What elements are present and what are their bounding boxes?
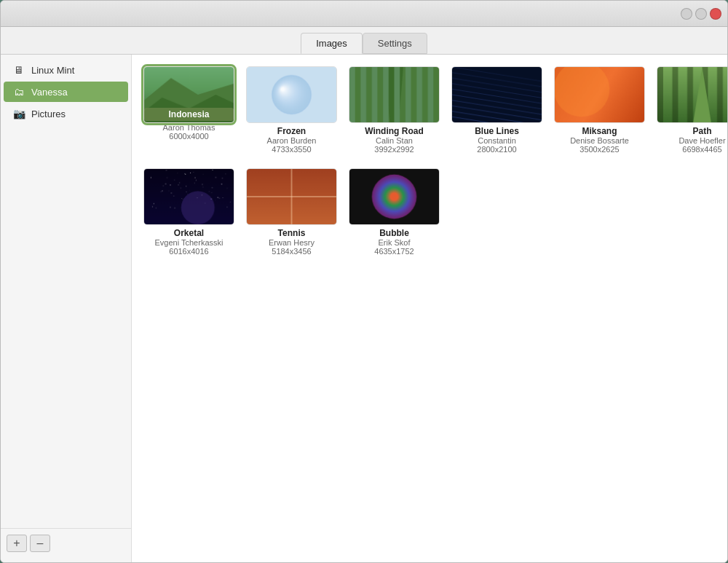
- wallpaper-author: Aaron Burden: [267, 136, 317, 145]
- minimize-button[interactable]: [681, 8, 692, 20]
- wallpaper-thumbnail: [143, 168, 234, 225]
- wallpaper-dims: 3500x2625: [579, 145, 619, 154]
- wallpaper-thumbnail: [554, 66, 645, 123]
- wallpaper-thumbnail: [451, 66, 542, 123]
- wallpaper-name: Frozen: [277, 126, 306, 136]
- wallpaper-dims: 5184x3456: [272, 247, 311, 256]
- tab-settings[interactable]: Settings: [363, 33, 427, 54]
- wallpaper-author: Evgeni Tcherkasski: [155, 238, 223, 247]
- wallpaper-item[interactable]: PathDave Hoefler6698x4465: [654, 63, 727, 157]
- wallpaper-item[interactable]: MiksangDenise Bossarte3500x2625: [551, 63, 648, 157]
- wallpaper-thumbnail: [349, 66, 440, 123]
- content-area: 🖥 Linux Mint 🗂 Vanessa 📷 Pictures + – In…: [1, 55, 727, 562]
- wallpaper-grid-container: IndonesiaAaron Thomas6000x4000FrozenAaro…: [132, 55, 727, 562]
- wallpaper-grid: IndonesiaAaron Thomas6000x4000FrozenAaro…: [141, 63, 719, 259]
- wallpaper-item[interactable]: Winding RoadCalin Stan3992x2992: [346, 63, 443, 157]
- wallpaper-author: Erwan Hesry: [269, 238, 314, 247]
- wallpaper-author: Dave Hoefler: [678, 136, 725, 145]
- sidebar-item-label: Linux Mint: [31, 65, 74, 76]
- wallpaper-item[interactable]: BubbleErik Skof4635x1752: [346, 165, 443, 259]
- wallpaper-author: Aaron Thomas: [163, 123, 215, 132]
- wallpaper-thumbnail: [246, 66, 337, 123]
- wallpaper-thumbnail: [657, 66, 727, 123]
- wallpaper-dims: 4733x3550: [272, 145, 311, 154]
- wallpaper-dims: 3992x2992: [374, 145, 414, 154]
- wallpaper-dims: 6016x4016: [169, 247, 208, 256]
- wallpaper-item[interactable]: IndonesiaAaron Thomas6000x4000: [141, 63, 237, 157]
- wallpaper-author: Erik Skof: [378, 238, 410, 247]
- add-folder-button[interactable]: +: [7, 535, 27, 552]
- wallpaper-thumbnail: Indonesia: [143, 66, 234, 123]
- wallpaper-name: Miksang: [582, 126, 617, 136]
- sidebar-item-vanessa[interactable]: 🗂 Vanessa: [4, 82, 128, 102]
- remove-folder-button[interactable]: –: [30, 535, 50, 552]
- wallpaper-name: Bubble: [379, 228, 409, 238]
- wallpaper-name: Path: [692, 126, 711, 136]
- linux-mint-icon: 🖥: [12, 64, 25, 76]
- close-button[interactable]: [710, 8, 721, 20]
- tab-images[interactable]: Images: [301, 33, 363, 54]
- wallpaper-dims: 4635x1752: [374, 247, 414, 256]
- window-controls: [681, 8, 721, 20]
- wallpaper-item[interactable]: Blue LinesConstantin2800x2100: [448, 63, 545, 157]
- wallpaper-thumbnail: [349, 168, 440, 225]
- wallpaper-name: Blue Lines: [475, 126, 519, 136]
- wallpaper-author: Calin Stan: [376, 136, 413, 145]
- wallpaper-item[interactable]: FrozenAaron Burden4733x3550: [243, 63, 340, 157]
- sidebar-item-linux-mint[interactable]: 🖥 Linux Mint: [4, 60, 128, 80]
- sidebar-footer: + –: [1, 528, 131, 558]
- wallpaper-name: Orketal: [174, 228, 204, 238]
- sidebar-item-pictures[interactable]: 📷 Pictures: [4, 103, 128, 124]
- sidebar: 🖥 Linux Mint 🗂 Vanessa 📷 Pictures + –: [1, 55, 132, 562]
- wallpaper-dims: 6698x4465: [682, 145, 721, 154]
- titlebar: [1, 1, 727, 27]
- wallpaper-item[interactable]: OrketalEvgeni Tcherkasski6016x4016: [141, 165, 237, 259]
- maximize-button[interactable]: [695, 8, 707, 20]
- vanessa-icon: 🗂: [12, 86, 25, 98]
- wallpaper-dims: 2800x2100: [477, 145, 516, 154]
- wallpaper-author: Denise Bossarte: [570, 136, 629, 145]
- sidebar-item-label: Pictures: [31, 109, 66, 119]
- main-window: Images Settings 🖥 Linux Mint 🗂 Vanessa 📷…: [0, 0, 728, 563]
- tabs-bar: Images Settings: [1, 27, 727, 55]
- pictures-icon: 📷: [12, 108, 25, 119]
- wallpaper-thumbnail: [246, 168, 337, 225]
- selected-label: Indonesia: [144, 108, 234, 121]
- sidebar-item-label: Vanessa: [31, 87, 68, 98]
- wallpaper-dims: 6000x4000: [169, 132, 208, 141]
- wallpaper-name: Tennis: [278, 228, 306, 238]
- wallpaper-item[interactable]: TennisErwan Hesry5184x3456: [243, 165, 340, 259]
- wallpaper-name: Winding Road: [365, 126, 424, 136]
- wallpaper-author: Constantin: [478, 136, 516, 145]
